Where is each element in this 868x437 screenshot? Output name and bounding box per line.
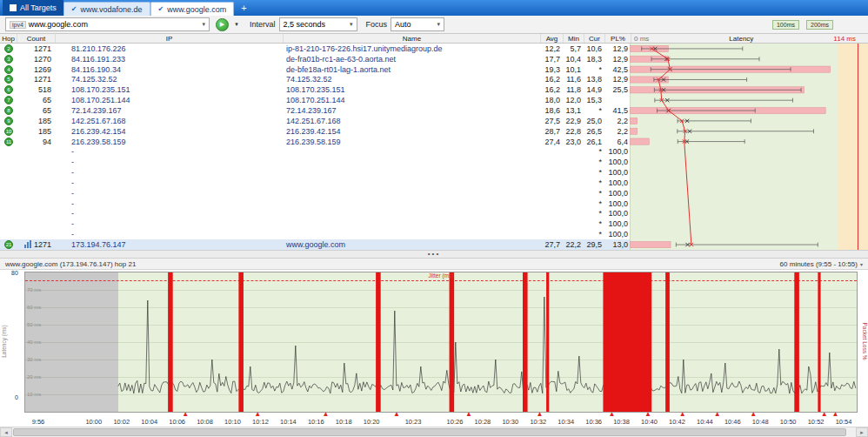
- table-row[interactable]: -*100,0: [0, 188, 868, 198]
- pane-splitter[interactable]: •••: [0, 250, 868, 259]
- table-row[interactable]: -*100,0: [0, 167, 868, 178]
- table-row[interactable]: 4126984.116.190.34de-bfe18a-rt01-lag-1.a…: [0, 64, 868, 75]
- table-row[interactable]: 3127084.116.191.233de-fra01b-rc1-ae-63-0…: [0, 54, 868, 64]
- name-cell: 142.251.67.168: [284, 117, 541, 125]
- tab-all-targets[interactable]: All Targets: [3, 0, 63, 16]
- latency-title: Latency: [729, 35, 753, 43]
- timeline-svg: [25, 272, 857, 412]
- time-tick-label: 10:04: [141, 418, 157, 426]
- table-row[interactable]: 10185216.239.42.154216.239.42.15428,722,…: [0, 126, 868, 137]
- packet-loss-marker-icon: ▲: [750, 411, 757, 418]
- packet-loss-marker-icon: ▲: [821, 411, 828, 418]
- packet-loss-cell: 100,0: [605, 178, 631, 187]
- time-tick-label: 10:50: [780, 418, 797, 426]
- checkmark-icon: ✔: [71, 5, 77, 13]
- y-axis-min-label: 0: [15, 394, 18, 400]
- min-cell: 23,0: [564, 138, 584, 146]
- header-pl[interactable]: PL%: [605, 34, 631, 43]
- tab-google[interactable]: ✔ www.google.com: [150, 2, 235, 16]
- table-row[interactable]: -*100,0: [0, 146, 868, 157]
- focus-select[interactable]: Auto ▾: [391, 17, 444, 31]
- count-cell: 1270: [17, 55, 56, 64]
- min-cell: 10,1: [564, 65, 584, 74]
- timeline-plot[interactable]: Jitter (ms) 10 ms20 ms30 ms40 ms50 ms60 …: [24, 272, 858, 413]
- timeline-title: www.google.com (173.194.76.147) hop 21: [5, 260, 136, 268]
- time-tick-label: 10:48: [752, 418, 769, 426]
- avg-cell: 28,7: [541, 127, 564, 136]
- tab-label: www.google.com: [167, 5, 226, 14]
- table-row[interactable]: -*100,0: [0, 157, 868, 167]
- header-count[interactable]: Count: [17, 34, 56, 43]
- new-tab-button[interactable]: +: [234, 0, 253, 16]
- interval-select[interactable]: 2,5 seconds ▾: [279, 17, 357, 31]
- count-cell: 1271: [17, 240, 56, 249]
- hop-number-badge: 6: [4, 85, 13, 94]
- count-cell: 65: [17, 96, 56, 104]
- scroll-right-icon[interactable]: ►: [856, 427, 868, 437]
- cur-cell: 10,6: [584, 44, 605, 53]
- header-avg[interactable]: Avg: [541, 34, 564, 43]
- interval-label: Interval: [250, 20, 276, 29]
- hop-cell: 2: [0, 44, 17, 53]
- time-tick-label: 10:44: [697, 418, 713, 426]
- cur-cell: *: [584, 65, 605, 74]
- ip-cell: 108.170.251.144: [56, 96, 284, 104]
- tab-vodafone[interactable]: ✔ www.vodafone.de: [63, 2, 150, 16]
- time-range-select[interactable]: 60 minutes (9:55 - 10:55) ▾: [780, 260, 863, 268]
- name-cell: 74.125.32.52: [284, 75, 541, 84]
- time-range-label: 60 minutes (9:55 - 10:55): [780, 260, 858, 268]
- scrollbar-thumb[interactable]: [13, 428, 846, 436]
- header-name[interactable]: Name: [284, 34, 541, 43]
- table-row[interactable]: -*100,0: [0, 198, 868, 209]
- time-tick-label: 10:28: [475, 418, 491, 426]
- header-ip[interactable]: IP: [56, 34, 284, 43]
- scroll-left-icon[interactable]: ◄: [0, 427, 12, 437]
- avg-cell: 12,2: [541, 44, 564, 53]
- ip-cell: -: [56, 230, 284, 239]
- time-tick-label: 10:46: [724, 418, 741, 426]
- scale-200ms-button[interactable]: 200ms: [806, 20, 833, 30]
- latency-scale-buttons: 100ms 200ms: [772, 20, 833, 30]
- avg-cell: 19,3: [541, 65, 564, 74]
- hop-cell: 10: [0, 127, 17, 136]
- timeline-header: www.google.com (173.194.76.147) hop 21 6…: [0, 259, 868, 270]
- ip-cell: -: [56, 199, 284, 208]
- cur-cell: *: [584, 219, 605, 228]
- table-row[interactable]: -*100,0: [0, 229, 868, 239]
- time-tick-label: 10:18: [336, 418, 352, 426]
- packet-loss-cell: 12,9: [605, 44, 631, 53]
- table-row[interactable]: -*100,0: [0, 218, 868, 229]
- header-latency: 0 ms Latency 114 ms: [631, 34, 868, 43]
- timeline-icon: [24, 240, 32, 248]
- scale-100ms-button[interactable]: 100ms: [772, 20, 799, 30]
- start-trace-button[interactable]: ▶: [216, 18, 229, 31]
- header-min[interactable]: Min: [564, 34, 584, 43]
- table-row[interactable]: 6518108.170.235.151108.170.235.15116,211…: [0, 84, 868, 95]
- time-tick-label: 9:56: [32, 418, 45, 426]
- header-hop[interactable]: Hop: [0, 34, 17, 43]
- name-cell: 216.239.58.159: [284, 138, 541, 146]
- timeline-scrollbar[interactable]: ◄ ►: [0, 427, 868, 437]
- time-tick-label: 10:06: [169, 418, 185, 426]
- table-row[interactable]: 5127174.125.32.5274.125.32.5216,211,613,…: [0, 75, 868, 85]
- name-cell: 108.170.235.151: [284, 85, 541, 94]
- target-input[interactable]: ipv4 www.google.com ▾: [5, 17, 210, 31]
- chevron-down-icon: ▾: [202, 21, 205, 28]
- dashed-line-label: Jitter (ms): [429, 272, 454, 279]
- table-row[interactable]: 1194216.239.58.159216.239.58.15927,423,0…: [0, 137, 868, 147]
- table-row[interactable]: 211271173.194.76.147www.google.com27,722…: [0, 239, 868, 250]
- avg-cell: 16,2: [541, 75, 564, 84]
- count-cell: 65: [17, 106, 56, 115]
- table-row[interactable]: -*100,0: [0, 209, 868, 219]
- table-row[interactable]: 9185142.251.67.168142.251.67.16827,522,9…: [0, 116, 868, 126]
- table-row[interactable]: 765108.170.251.144108.170.251.14418,012,…: [0, 95, 868, 105]
- table-row[interactable]: 2127181.210.176.226ip-81-210-176-226.hsi…: [0, 44, 868, 54]
- table-row[interactable]: 86572.14.239.16772.14.239.16718,613,1*41…: [0, 105, 868, 116]
- time-tick-label: 10:23: [405, 418, 422, 426]
- cur-cell: 18,3: [584, 55, 605, 64]
- start-options-button[interactable]: ▾: [232, 21, 241, 28]
- table-row[interactable]: -*100,0: [0, 178, 868, 188]
- focus-label: Focus: [366, 20, 388, 29]
- hop-cell: 4: [0, 65, 17, 74]
- header-cur[interactable]: Cur: [584, 34, 605, 43]
